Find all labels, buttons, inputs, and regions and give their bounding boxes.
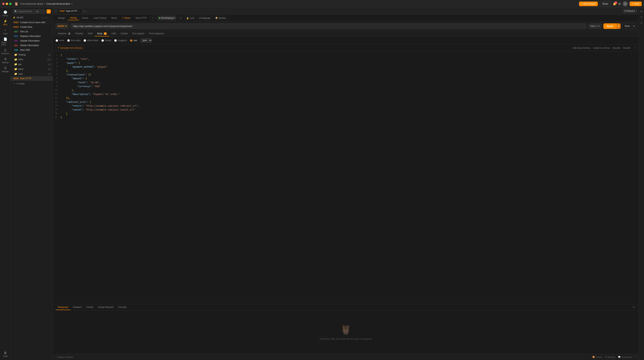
send-button[interactable]: Send <box>603 23 616 29</box>
body-tab-params[interactable]: Params <box>73 31 86 36</box>
tab-cases[interactable]: Cases <box>80 16 91 20</box>
avatar[interactable]: C <box>623 1 628 6</box>
filter-button[interactable]: ⊹ <box>150 16 156 20</box>
option-raw[interactable]: raw <box>130 39 137 42</box>
folder-user[interactable]: › 📁 user (7) <box>11 71 53 76</box>
minimize-btn[interactable] <box>6 3 8 5</box>
url-input[interactable] <box>70 23 586 29</box>
api-item-get-list[interactable]: GET Get List <box>11 29 53 34</box>
tab-share[interactable]: ↗ Share <box>120 16 133 20</box>
filter-icon[interactable]: ⊹ <box>42 16 44 19</box>
folder-store[interactable]: › 📁 store (4) <box>11 67 53 71</box>
folder-pet[interactable]: › 📁 pet (9) <box>11 62 53 67</box>
layout-button[interactable]: ⇥ <box>178 16 183 20</box>
help-bottom-button[interactable]: ? <box>635 356 636 358</box>
format-selector[interactable]: json xml text <box>140 38 152 43</box>
body-tab-pre-request[interactable]: Pre-request <box>130 31 147 36</box>
rs-icon-1[interactable]: ⊞ <box>640 9 644 13</box>
tab-forward-button[interactable]: › <box>56 10 57 12</box>
notifications-button[interactable]: 🔔 3 <box>613 2 616 5</box>
beautify-button[interactable]: Beautify <box>613 47 620 49</box>
api-item-new-sse[interactable]: SSE New SSE <box>11 48 53 52</box>
option-form-data[interactable]: form-data <box>67 39 80 42</box>
maximize-btn[interactable] <box>9 3 12 5</box>
archive-button[interactable]: 📦 Archive <box>214 16 228 20</box>
folder-testing[interactable]: › 📁 Testing (2) <box>11 52 53 57</box>
sidebar-item-tests[interactable]: ✓ Tests <box>1 27 10 36</box>
tab-new-http[interactable]: New HTTP <box>133 16 149 20</box>
rs-icon-3[interactable]: ◷ <box>640 21 644 25</box>
tab-back-button[interactable]: ‹ <box>55 10 56 12</box>
api-item-replace-info[interactable]: PUT Replace Information <box>11 34 53 38</box>
send-dropdown-button[interactable]: ▾ <box>616 23 620 29</box>
simplify-button[interactable]: Simplify <box>623 47 630 49</box>
more-icon[interactable]: … <box>48 16 51 19</box>
sidebar-item-history[interactable]: 🕐 History <box>1 9 10 18</box>
lock-button[interactable]: 🔒 Lock <box>184 16 196 20</box>
body-tab-post-response[interactable]: Post-response <box>146 31 166 36</box>
duplicate-button[interactable]: ⧉ Duplicate <box>198 16 212 20</box>
sidebar-item-share-docs[interactable]: 📄 Share Docs <box>1 36 10 47</box>
body-tab-auth[interactable]: Auth <box>109 31 118 36</box>
sidebar-item-apis[interactable]: ⚡ APIs <box>1 18 10 27</box>
new-project-button[interactable]: + New project <box>579 1 598 6</box>
share-top-button[interactable]: Share <box>600 1 611 6</box>
api-item-creates-list[interactable]: POST Creates list of users with... <box>11 20 53 25</box>
update-to-schema-button[interactable]: Update to schema <box>593 47 610 49</box>
new-tab-button[interactable]: + <box>83 9 85 13</box>
dropdown-arrow[interactable]: ▾ <box>71 2 73 5</box>
sidebar-item-schemas[interactable]: {} Schemas <box>1 47 10 56</box>
tab-load-testing[interactable]: Load Testing <box>91 16 109 20</box>
response-tab-console[interactable]: Console <box>116 304 129 310</box>
body-tab-path[interactable]: Path <box>86 31 95 36</box>
sidebar-item-trash[interactable]: 🗑 Trash <box>1 350 10 359</box>
search-input[interactable] <box>18 10 34 13</box>
api-item-delete-info[interactable]: DEL Delete Information <box>11 43 53 48</box>
env-selector[interactable]: Developing ▾ <box>157 16 176 20</box>
protocol-selector[interactable]: http/1.1 ▾ <box>588 23 602 29</box>
response-tab-cookie[interactable]: Cookie <box>84 304 96 310</box>
edit-using-schema-button[interactable]: Edit using Schema <box>573 47 590 49</box>
collapse-sidebar-button[interactable]: ‹ Collapse Sidebar <box>56 356 73 358</box>
option-binary[interactable]: binary <box>102 39 111 42</box>
response-tab-response[interactable]: Response <box>56 304 70 310</box>
cookie-bottom-button[interactable]: 🍪 Cookie <box>592 356 602 358</box>
save-dropdown-button[interactable]: ▾ <box>632 23 636 29</box>
method-selector[interactable]: POST ▾ <box>56 23 69 29</box>
request-tab-new-http[interactable]: POST New HTTP × <box>57 8 82 13</box>
tab-mock[interactable]: Mock <box>109 16 119 20</box>
option-urlencoded[interactable]: urlencoded <box>84 39 98 42</box>
settings-bottom-button[interactable]: ⚙ Settings <box>605 356 616 358</box>
tab-close-icon[interactable]: × <box>78 10 80 12</box>
add-button[interactable]: + <box>46 9 51 13</box>
tab-design[interactable]: Design <box>56 16 67 20</box>
save-button[interactable]: Save <box>622 23 632 29</box>
rs-icon-2[interactable]: ≡ <box>640 15 644 19</box>
tab-more-button[interactable]: … <box>85 9 88 13</box>
api-item-create-new[interactable]: POST Create New <box>11 25 53 29</box>
expand-editor-button[interactable]: ⤢ <box>634 46 636 49</box>
tab-debug[interactable]: Debug <box>68 16 79 20</box>
folder-apis[interactable]: › 📁 APIs (10) <box>11 57 53 62</box>
sidebar-item-manage[interactable]: ☰ Manage <box>1 65 10 74</box>
code-editor[interactable]: 1 { 2 "intent": "sale", 3 "payer": { 4 "… <box>53 51 639 304</box>
option-msgpack[interactable]: msgpack <box>114 39 127 42</box>
option-none[interactable]: none <box>56 39 64 42</box>
body-tab-cookie[interactable]: Cookie <box>118 31 130 36</box>
api-item-new-http[interactable]: POST New HTTP <box>11 76 53 81</box>
response-expand-button[interactable]: ⊡ <box>632 304 636 310</box>
grid-button[interactable]: ⊞ <box>618 2 621 5</box>
default-label[interactable]: D Default ▾ <box>623 9 637 13</box>
response-tab-actual-request[interactable]: Actual Request <box>96 304 116 310</box>
create-button[interactable]: + + Create <box>11 81 53 86</box>
community-bottom-button[interactable]: 💬 Community <box>618 356 632 358</box>
response-tab-headers[interactable]: Headers <box>70 304 84 310</box>
close-btn[interactable] <box>2 3 4 5</box>
body-tab-headers[interactable]: Headers 2 <box>56 31 73 36</box>
generate-schema-button[interactable]: ↺ Generate from Schema <box>56 45 84 50</box>
invite-button[interactable]: + Invite <box>630 1 642 6</box>
api-item-update-info[interactable]: PAT Update Information <box>11 38 53 43</box>
sidebar-item-settings[interactable]: ⚙ Settings <box>1 56 10 65</box>
sort-icon[interactable]: ◇ <box>45 16 47 19</box>
body-tab-body[interactable]: Body 1 <box>95 31 109 36</box>
